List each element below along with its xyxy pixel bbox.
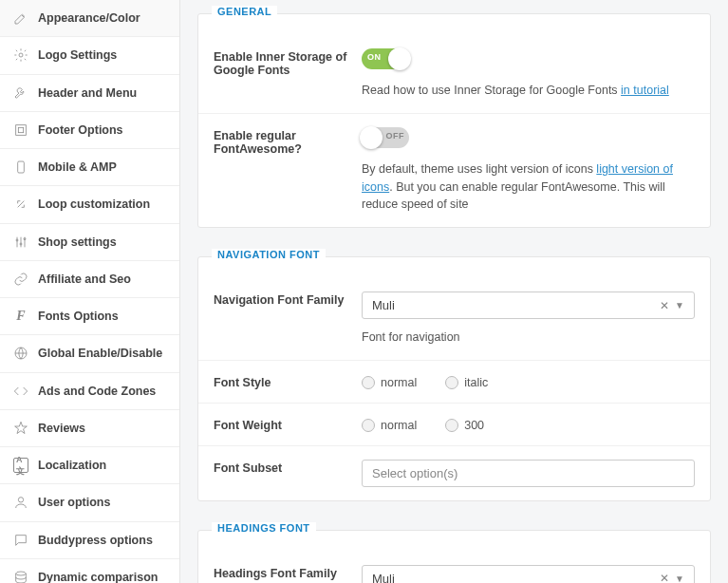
svg-rect-2 bbox=[18, 127, 23, 132]
sidebar-item-localization[interactable]: A文 Localization bbox=[0, 447, 179, 484]
select-placeholder: Select option(s) bbox=[372, 466, 684, 480]
radio-dot-icon bbox=[445, 419, 458, 432]
sidebar-item-label: Localization bbox=[38, 458, 106, 473]
panel-title: NAVIGATION FONT bbox=[212, 249, 326, 260]
chevron-down-icon: ▼ bbox=[675, 574, 684, 583]
sidebar-item-label: Footer Options bbox=[38, 122, 123, 138]
code-icon bbox=[13, 384, 28, 399]
sidebar-item-footer[interactable]: Footer Options bbox=[0, 112, 179, 149]
select-headings-font-family[interactable]: Muli ✕ ▼ bbox=[362, 565, 695, 583]
sidebar-item-ads[interactable]: Ads and Code Zones bbox=[0, 373, 179, 410]
sidebar-item-logo[interactable]: Logo Settings bbox=[0, 37, 179, 74]
toggle-knob bbox=[360, 126, 383, 149]
panel-title: GENERAL bbox=[212, 6, 277, 17]
toggle-state: OFF bbox=[386, 131, 405, 141]
sidebar-item-label: Buddypress options bbox=[38, 533, 153, 548]
panel-general: GENERAL Enable Inner Storage of Google F… bbox=[197, 13, 711, 228]
sidebar-item-buddypress[interactable]: Buddypress options bbox=[0, 522, 179, 559]
user-icon bbox=[13, 495, 28, 510]
sidebar-item-label: Mobile & AMP bbox=[38, 160, 117, 175]
globe-icon bbox=[13, 346, 28, 361]
field-nav-font-family: Navigation Font Family Muli ✕ ▼ Font for… bbox=[198, 278, 710, 361]
field-label: Headings Font Family bbox=[214, 565, 362, 583]
mobile-icon bbox=[13, 160, 28, 175]
field-font-weight: Font Weight normal 300 bbox=[198, 404, 710, 446]
svg-rect-1 bbox=[16, 125, 27, 136]
sidebar-item-mobile[interactable]: Mobile & AMP bbox=[0, 149, 179, 186]
panel-headings-font: HEADINGS FONT Headings Font Family Muli … bbox=[197, 530, 711, 583]
svg-point-12 bbox=[18, 498, 23, 502]
field-headings-font-family: Headings Font Family Muli ✕ ▼ bbox=[198, 552, 710, 583]
radio-dot-icon bbox=[362, 419, 375, 432]
radio-style-normal[interactable]: normal bbox=[362, 376, 417, 389]
radio-dot-icon bbox=[362, 376, 375, 389]
svg-point-0 bbox=[19, 53, 23, 57]
select-value: Muli bbox=[372, 572, 654, 583]
database-icon bbox=[13, 570, 28, 583]
sidebar-item-label: Fonts Options bbox=[38, 309, 119, 324]
edit-icon bbox=[13, 10, 28, 26]
sidebar-item-reviews[interactable]: Reviews bbox=[0, 410, 179, 447]
sidebar-item-label: Header and Menu bbox=[38, 85, 137, 101]
sidebar-item-fonts[interactable]: F Fonts Options bbox=[0, 298, 179, 335]
toggle-knob bbox=[388, 47, 411, 70]
field-label: Enable regular FontAwesome? bbox=[214, 127, 362, 214]
svg-rect-3 bbox=[18, 161, 25, 173]
select-font-subset[interactable]: Select option(s) bbox=[362, 460, 695, 487]
radio-weight-normal[interactable]: normal bbox=[362, 419, 417, 432]
sidebar-item-label: Reviews bbox=[38, 421, 85, 436]
clear-icon[interactable]: ✕ bbox=[654, 572, 675, 583]
toggle-state: ON bbox=[367, 52, 382, 62]
translate-icon: A文 bbox=[13, 458, 28, 473]
field-label: Font Subset bbox=[214, 460, 362, 487]
main-content: GENERAL Enable Inner Storage of Google F… bbox=[180, 0, 728, 583]
tutorial-link[interactable]: in tutorial bbox=[621, 84, 669, 97]
sidebar-item-label: Shop settings bbox=[38, 235, 117, 250]
sidebar-item-label: Global Enable/Disable bbox=[38, 346, 162, 361]
toggle-fontawesome[interactable]: OFF bbox=[362, 127, 409, 148]
sidebar-item-affiliate[interactable]: Affiliate and Seo bbox=[0, 261, 179, 298]
field-label: Font Style bbox=[214, 374, 362, 389]
sidebar-item-appearance[interactable]: Appearance/Color bbox=[0, 0, 179, 37]
field-description: By default, theme uses light version of … bbox=[362, 160, 695, 214]
box-icon bbox=[13, 122, 28, 138]
sidebar-item-header[interactable]: Header and Menu bbox=[0, 75, 179, 112]
field-label: Font Weight bbox=[214, 417, 362, 432]
field-fontawesome: Enable regular FontAwesome? OFF By defau… bbox=[198, 114, 710, 227]
chat-icon bbox=[13, 533, 28, 548]
field-label: Navigation Font Family bbox=[214, 292, 362, 347]
sidebar-item-loop[interactable]: Loop customization bbox=[0, 186, 179, 223]
field-font-subset: Font Subset Select option(s) bbox=[198, 446, 710, 500]
radio-weight-300[interactable]: 300 bbox=[445, 419, 484, 432]
sidebar-item-global[interactable]: Global Enable/Disable bbox=[0, 335, 179, 372]
sidebar-item-label: Ads and Code Zones bbox=[38, 384, 156, 399]
field-description: Font for navigation bbox=[362, 329, 695, 347]
sidebar-item-label: Loop customization bbox=[38, 197, 150, 212]
panel-navigation-font: NAVIGATION FONT Navigation Font Family M… bbox=[197, 256, 711, 501]
select-nav-font-family[interactable]: Muli ✕ ▼ bbox=[362, 292, 695, 319]
link-icon bbox=[13, 272, 28, 287]
sidebar-item-label: User options bbox=[38, 495, 110, 510]
resize-icon bbox=[13, 197, 28, 212]
gear-icon bbox=[13, 47, 28, 63]
panel-title: HEADINGS FONT bbox=[212, 522, 316, 534]
field-description: Read how to use Inner Storage for Google… bbox=[362, 82, 695, 100]
select-value: Muli bbox=[372, 298, 654, 312]
sidebar-item-label: Dynamic comparison bbox=[38, 570, 158, 583]
font-icon: F bbox=[13, 309, 28, 324]
field-label: Enable Inner Storage of Google Fonts bbox=[214, 48, 362, 100]
wrench-icon bbox=[13, 85, 28, 101]
settings-sidebar: Appearance/Color Logo Settings Header an… bbox=[0, 0, 180, 583]
clear-icon[interactable]: ✕ bbox=[654, 299, 675, 312]
sidebar-item-shop[interactable]: Shop settings bbox=[0, 224, 179, 261]
sidebar-item-user[interactable]: User options bbox=[0, 484, 179, 521]
field-inner-storage: Enable Inner Storage of Google Fonts ON … bbox=[198, 35, 710, 114]
sidebar-item-label: Affiliate and Seo bbox=[38, 272, 131, 287]
chevron-down-icon: ▼ bbox=[675, 300, 684, 310]
sidebar-item-dynamic[interactable]: Dynamic comparison bbox=[0, 559, 179, 583]
radio-dot-icon bbox=[445, 376, 458, 389]
star-icon bbox=[13, 421, 28, 436]
sidebar-item-label: Logo Settings bbox=[38, 47, 117, 63]
radio-style-italic[interactable]: italic bbox=[445, 376, 488, 389]
toggle-inner-storage[interactable]: ON bbox=[362, 48, 409, 69]
